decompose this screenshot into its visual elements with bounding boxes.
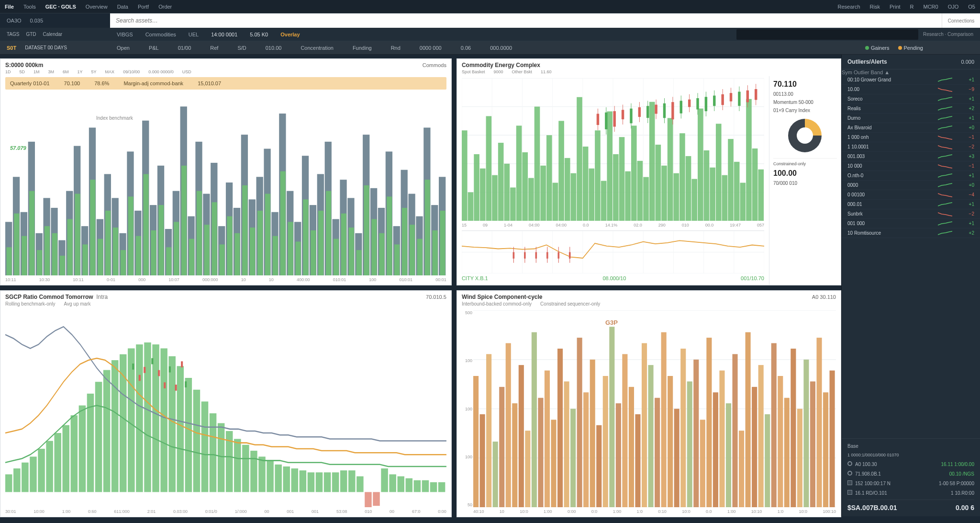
panel-a-chart[interactable]: 57.079 Index benchmark bbox=[5, 92, 446, 275]
menu-brand[interactable]: GEC · GOLS bbox=[45, 4, 76, 10]
panel-a-x-12: 010:01 bbox=[400, 277, 413, 282]
menu-tools[interactable]: Tools bbox=[23, 4, 36, 10]
col-11[interactable]: 000.0000 bbox=[490, 45, 512, 51]
row3-mid-0[interactable]: VIBGS bbox=[117, 32, 133, 37]
row3-mid-1[interactable]: Commodities bbox=[145, 32, 176, 37]
panel-c-x-2: 1:00 bbox=[62, 509, 71, 514]
panel-b-side-foot3: 70/000 010 bbox=[773, 181, 837, 186]
col-0[interactable]: Open bbox=[117, 45, 130, 51]
watch-row[interactable]: 00:10 Grower Grand+1 bbox=[842, 75, 980, 85]
panel-a-sub-6: 5Y bbox=[91, 69, 97, 74]
menu-data[interactable]: Data bbox=[117, 4, 128, 10]
col-7[interactable]: Funding bbox=[353, 45, 372, 51]
row4-sel[interactable]: S0T bbox=[7, 45, 16, 51]
menu-portf[interactable]: Portf bbox=[138, 4, 149, 10]
svg-rect-150 bbox=[668, 118, 673, 221]
svg-rect-183 bbox=[738, 91, 740, 106]
panel-b-lower[interactable] bbox=[462, 230, 764, 273]
wl-head-2[interactable]: ▲ bbox=[884, 69, 890, 75]
svg-rect-78 bbox=[158, 205, 164, 275]
col-8[interactable]: Rnd bbox=[391, 45, 401, 51]
menu-risk[interactable]: Risk bbox=[870, 4, 880, 10]
panel-d-chart[interactable]: 50010010010050 G3P bbox=[462, 310, 836, 507]
watch-row[interactable]: Ax Bivaroid+0 bbox=[842, 123, 980, 133]
menu-print[interactable]: Print bbox=[890, 4, 901, 10]
row2-tab-0[interactable]: OA3O bbox=[7, 18, 22, 23]
checkbox-icon[interactable] bbox=[847, 490, 852, 495]
watch-row[interactable]: Soreco+1 bbox=[842, 94, 980, 104]
col-1[interactable]: P&L bbox=[149, 45, 159, 51]
svg-rect-255 bbox=[185, 381, 187, 387]
row3-mid-4[interactable]: 5.05 K0 bbox=[250, 32, 268, 37]
svg-rect-177 bbox=[688, 100, 690, 107]
watch-row[interactable]: 1 10.0001−2 bbox=[842, 142, 980, 152]
radio-icon[interactable] bbox=[847, 471, 852, 476]
col-2[interactable]: 01/00 bbox=[178, 45, 191, 51]
watch-row[interactable]: Durno+1 bbox=[842, 114, 980, 123]
svg-rect-175 bbox=[671, 102, 674, 119]
panel-b-chart[interactable] bbox=[462, 78, 764, 221]
panel-b-x-2: 1-04 bbox=[504, 223, 512, 227]
svg-rect-275 bbox=[596, 425, 601, 507]
search-input[interactable] bbox=[116, 17, 936, 24]
row3-l1[interactable]: GTD bbox=[26, 32, 36, 37]
sidebar-title-val: 0.000 bbox=[961, 59, 974, 65]
menu-order[interactable]: Order bbox=[158, 4, 172, 10]
checkbox-icon[interactable] bbox=[847, 480, 852, 485]
watch-row[interactable]: 10 Romtisource+2 bbox=[842, 228, 980, 238]
watch-row[interactable]: 0 00100−4 bbox=[842, 190, 980, 200]
watch-row[interactable]: 000.01+1 bbox=[842, 200, 980, 209]
col-5[interactable]: 010.00 bbox=[266, 45, 282, 51]
col-3[interactable]: Ref bbox=[210, 45, 218, 51]
svg-rect-272 bbox=[577, 338, 582, 507]
svg-rect-223 bbox=[258, 456, 266, 492]
watch-row[interactable]: Sunbrk−2 bbox=[842, 209, 980, 219]
menu-file[interactable]: File bbox=[5, 4, 14, 10]
watch-row[interactable]: 0000+0 bbox=[842, 181, 980, 190]
row3-mid-2[interactable]: UEL bbox=[189, 32, 199, 37]
svg-rect-119 bbox=[480, 169, 486, 221]
watch-row[interactable]: 001.003+3 bbox=[842, 152, 980, 161]
menu-overview[interactable]: Overview bbox=[86, 4, 108, 10]
watch-row[interactable]: Realis+2 bbox=[842, 104, 980, 114]
panel-d-x-14: 10:0 bbox=[799, 509, 808, 514]
svg-rect-186 bbox=[512, 252, 514, 259]
menu-research[interactable]: Research bbox=[837, 4, 860, 10]
svg-rect-166 bbox=[597, 114, 599, 125]
col-4[interactable]: S/D bbox=[237, 45, 246, 51]
col-6[interactable]: Concentration bbox=[301, 45, 334, 51]
panel-a-strip-0: Quarterly 010-01 bbox=[10, 80, 50, 86]
panel-c-chart[interactable] bbox=[5, 310, 446, 507]
row3-mid-5[interactable]: Overlay bbox=[280, 32, 300, 37]
row2-right[interactable]: Connections bbox=[942, 13, 980, 28]
panel-c-x-5: 2:01 bbox=[147, 509, 156, 514]
col-9[interactable]: 0000 000 bbox=[420, 45, 442, 51]
menu-r[interactable]: R bbox=[910, 4, 914, 10]
panel-b-x-3: 04:00 bbox=[529, 223, 540, 227]
watch-row[interactable]: 001 000+1 bbox=[842, 219, 980, 228]
menu-mcr0[interactable]: MCR0 bbox=[924, 4, 938, 10]
panel-c-x-16: 0:00 bbox=[438, 509, 446, 514]
watch-row[interactable]: 10 000−1 bbox=[842, 161, 980, 171]
row3-mid-3[interactable]: 14:00 0001 bbox=[211, 32, 237, 37]
row3-inputbox[interactable] bbox=[736, 29, 918, 40]
panel-b-side-s1: Momentum 50-000 bbox=[773, 100, 837, 105]
watch-row[interactable]: 10.00−9 bbox=[842, 85, 980, 94]
svg-rect-213 bbox=[177, 366, 184, 492]
watch-row[interactable]: 1 000 onh−1 bbox=[842, 133, 980, 142]
svg-rect-63 bbox=[45, 226, 50, 275]
col-10[interactable]: 0.06 bbox=[461, 45, 471, 51]
radio-icon[interactable] bbox=[847, 461, 852, 466]
menu-o5[interactable]: O5 bbox=[968, 4, 975, 10]
row3-l0[interactable]: TAGS bbox=[7, 32, 19, 37]
svg-rect-248 bbox=[144, 367, 145, 373]
watch-row[interactable]: O.nth-0+1 bbox=[842, 171, 980, 181]
svg-rect-67 bbox=[75, 194, 80, 275]
svg-rect-286 bbox=[668, 376, 673, 507]
menu-ojo[interactable]: OJO bbox=[948, 4, 959, 10]
row2-tab-1[interactable]: 0.035 bbox=[30, 18, 44, 23]
foot-c2r: 1 10.R0:00 bbox=[951, 490, 974, 496]
panel-a-x-0: 10:11 bbox=[5, 277, 16, 282]
svg-rect-138 bbox=[595, 130, 601, 221]
row3-l2[interactable]: Calendar bbox=[43, 32, 63, 37]
